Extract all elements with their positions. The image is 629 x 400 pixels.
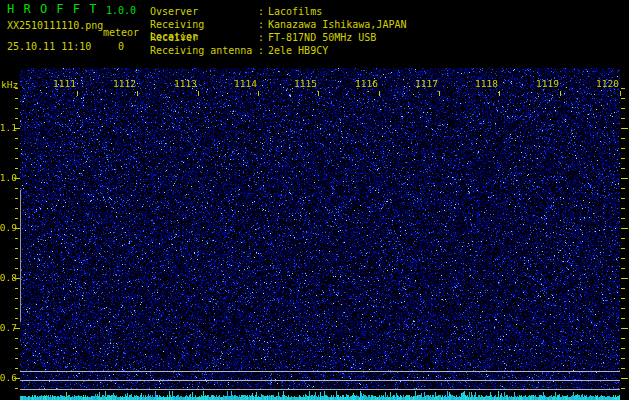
time-tick-label: 1113 — [167, 79, 197, 89]
time-tick-label: 1118 — [468, 79, 498, 89]
freq-tick-left — [15, 168, 18, 169]
freq-tick-right — [621, 378, 628, 379]
freq-tick-right — [621, 298, 625, 299]
time-tick — [198, 91, 199, 96]
info-label: Receiver — [150, 32, 258, 44]
time-tick — [137, 91, 138, 96]
freq-tick-right — [621, 388, 625, 389]
info-value: FT-817ND 50MHz USB — [268, 32, 376, 44]
app-title: H R O F F T — [7, 3, 97, 16]
time-tick — [77, 91, 78, 96]
freq-tick-left — [15, 88, 18, 89]
freq-tick-right — [621, 278, 628, 279]
freq-tick-left — [15, 148, 18, 149]
time-tick-label: 1117 — [408, 79, 438, 89]
freq-tick-left — [15, 368, 18, 369]
freq-tick-right — [621, 208, 625, 209]
freq-tick-right — [621, 248, 625, 249]
info-value: 2ele HB9CY — [268, 45, 328, 57]
freq-tick-label: 0.7 — [0, 323, 17, 333]
time-tick — [439, 91, 440, 96]
freq-tick-left — [15, 388, 18, 389]
freq-tick-right — [621, 358, 625, 359]
left-marker-line — [20, 190, 21, 322]
app-version: 1.0.0 — [106, 5, 136, 16]
freq-tick-left — [15, 258, 18, 259]
freq-tick-right — [621, 198, 625, 199]
info-row-observer: Ovserver : Lacofilms — [150, 6, 322, 18]
freq-tick-right — [621, 328, 628, 329]
hrofft-output-screen: H R O F F T 1.0.0 XX2510111110.png meteo… — [0, 0, 629, 400]
time-tick — [318, 91, 319, 96]
freq-tick-label: 1.1 — [0, 123, 17, 133]
freq-tick-left — [15, 248, 18, 249]
freq-tick-right — [621, 98, 625, 99]
freq-tick-left — [15, 298, 18, 299]
freq-tick-label: 1.0 — [0, 173, 17, 183]
freq-tick-right — [621, 228, 628, 229]
freq-tick-right — [621, 318, 625, 319]
freq-tick-right — [621, 218, 625, 219]
time-tick-label: 1116 — [348, 79, 378, 89]
freq-tick-right — [621, 338, 625, 339]
freq-tick-left — [15, 318, 18, 319]
time-tick — [620, 91, 621, 96]
time-tick — [379, 91, 380, 96]
freq-tick-right — [621, 308, 625, 309]
freq-tick-right — [621, 138, 625, 139]
freq-tick-left — [15, 338, 18, 339]
freq-tick-left — [15, 308, 18, 309]
freq-tick-left — [15, 218, 18, 219]
freq-tick-left — [15, 238, 18, 239]
frame-datetime: 25.10.11 11:10 — [7, 41, 91, 52]
freq-tick-left — [15, 118, 18, 119]
freq-tick-right — [621, 118, 625, 119]
freq-tick-left — [15, 198, 18, 199]
time-tick — [560, 91, 561, 96]
echo-count: 0 — [103, 41, 139, 52]
time-tick-label: 1112 — [106, 79, 136, 89]
freq-tick-right — [621, 178, 628, 179]
info-value: Lacofilms — [268, 6, 322, 18]
freq-tick-label: 0.6 — [0, 373, 17, 383]
time-tick — [499, 91, 500, 96]
carrier-line — [20, 389, 620, 390]
time-tick-label: 1111 — [46, 79, 76, 89]
freq-tick-right — [621, 88, 625, 89]
spectrogram-canvas — [20, 68, 620, 400]
freq-tick-left — [15, 348, 18, 349]
freq-tick-right — [621, 188, 625, 189]
info-separator: : — [258, 45, 268, 57]
time-tick-label: 1114 — [227, 79, 257, 89]
freq-tick-left — [15, 358, 18, 359]
time-tick-label: 1115 — [287, 79, 317, 89]
carrier-line — [20, 380, 620, 381]
freq-tick-right — [621, 288, 625, 289]
freq-tick-left — [15, 288, 18, 289]
carrier-line — [20, 371, 620, 372]
freq-tick-left — [15, 108, 18, 109]
freq-tick-right — [621, 168, 625, 169]
info-separator: : — [258, 6, 268, 18]
freq-tick-right — [621, 368, 625, 369]
info-label: Receiving antenna — [150, 45, 258, 57]
freq-tick-left — [15, 158, 18, 159]
info-separator: : — [258, 32, 268, 44]
freq-tick-right — [621, 238, 625, 239]
freq-tick-left — [15, 188, 18, 189]
output-filename: XX2510111110.png — [7, 20, 103, 31]
info-row-antenna: Receiving antenna : 2ele HB9CY — [150, 45, 328, 57]
info-label: Ovserver — [150, 6, 258, 18]
freq-tick-left — [15, 98, 18, 99]
freq-tick-right — [621, 148, 625, 149]
freq-tick-left — [15, 268, 18, 269]
time-tick-label: 1120 — [589, 79, 619, 89]
info-row-receiver: Receiver : FT-817ND 50MHz USB — [150, 32, 376, 44]
freq-tick-left — [15, 138, 18, 139]
freq-tick-label: 0.8 — [0, 273, 17, 283]
time-tick — [258, 91, 259, 96]
time-tick-label: 1119 — [529, 79, 559, 89]
freq-tick-right — [621, 268, 625, 269]
freq-tick-left — [15, 208, 18, 209]
freq-tick-right — [621, 348, 625, 349]
